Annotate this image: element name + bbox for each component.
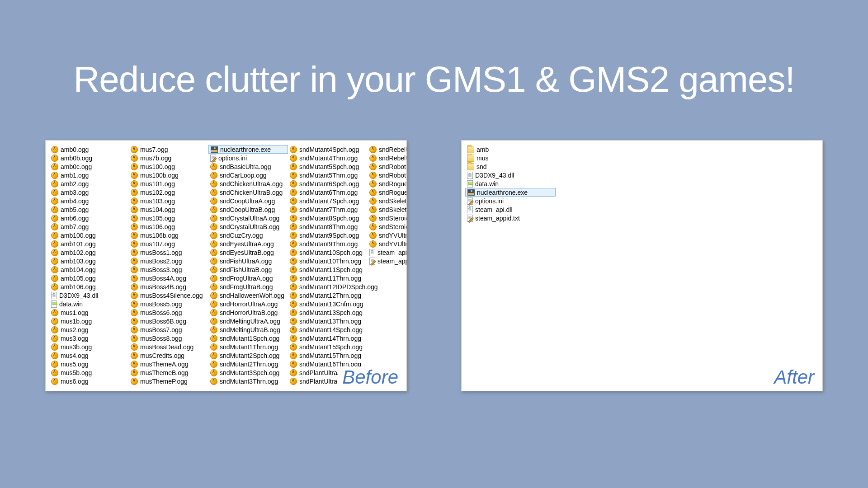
file-item[interactable]: sndHorrorUltraB.ogg	[208, 308, 288, 317]
file-item[interactable]: mus4.ogg	[49, 351, 129, 360]
file-item[interactable]: sndMutant13Cnfm.ogg	[288, 300, 368, 308]
file-item[interactable]: mus5.ogg	[49, 360, 129, 368]
file-item[interactable]: musBoss6.ogg	[129, 308, 208, 317]
file-item[interactable]: amb7.ogg	[49, 222, 129, 231]
file-item[interactable]: sndSkeletonUltraB.ogg	[368, 205, 407, 214]
file-item[interactable]: sndFishUltraB.ogg	[208, 265, 288, 274]
file-item[interactable]: amb3.ogg	[49, 188, 129, 197]
file-item[interactable]: snd	[465, 162, 556, 171]
file-item[interactable]: mus5b.ogg	[49, 368, 129, 377]
file-item[interactable]: mus1.ogg	[49, 308, 129, 317]
file-item[interactable]: amb0c.ogg	[49, 162, 129, 171]
file-item[interactable]: mus106.ogg	[129, 222, 208, 231]
file-item[interactable]: sndEyesUltraA.ogg	[208, 239, 288, 248]
file-item[interactable]: data.win	[49, 300, 129, 308]
file-item[interactable]: mus101.ogg	[129, 179, 208, 188]
file-item[interactable]: sndCoopUltraB.ogg	[208, 205, 288, 214]
file-item[interactable]: data.win	[465, 179, 556, 188]
file-item[interactable]: amb106.ogg	[49, 282, 129, 291]
file-item[interactable]: sndMutant13Thrn.ogg	[288, 317, 368, 325]
file-item[interactable]: musBoss7.ogg	[129, 325, 208, 334]
file-item[interactable]: sndMutant12Thrn.ogg	[288, 291, 368, 300]
file-item[interactable]: sndMutant6Spch.ogg	[288, 179, 368, 188]
file-item[interactable]: sndMutant2Spch.ogg	[208, 351, 288, 360]
file-item[interactable]: D3DX9_43.dll	[49, 291, 129, 300]
file-item[interactable]: sndMutant15Thrn.ogg	[288, 351, 368, 360]
file-item[interactable]: nuclearthrone.exe	[208, 145, 288, 154]
file-item[interactable]: amb5.ogg	[49, 205, 129, 214]
file-item[interactable]: steam_appid.txt	[465, 214, 556, 222]
file-item[interactable]: musBoss6B.ogg	[129, 317, 208, 325]
file-item[interactable]: sndEyesUltraB.ogg	[208, 248, 288, 257]
file-item[interactable]: steam_appid.txt	[368, 257, 407, 265]
file-item[interactable]: amb100.ogg	[49, 231, 129, 239]
file-item[interactable]: sndMeltingUltraA.ogg	[208, 317, 288, 325]
file-item[interactable]: musThemeP.ogg	[129, 377, 208, 385]
file-item[interactable]: mus3b.ogg	[49, 343, 129, 351]
file-item[interactable]: sndMutant3Thrn.ogg	[208, 377, 288, 385]
file-item[interactable]: mus	[465, 154, 556, 162]
file-item[interactable]: D3DX9_43.dll	[465, 171, 556, 179]
file-item[interactable]: sndChickenUltraA.ogg	[208, 179, 288, 188]
file-item[interactable]: amb0.ogg	[49, 145, 129, 154]
file-item[interactable]: sndCrystalUltraB.ogg	[208, 222, 288, 231]
file-item[interactable]: sndMutant9Thrn.ogg	[288, 239, 368, 248]
file-item[interactable]: sndMutant15Spch.ogg	[288, 343, 368, 351]
file-item[interactable]: mus6.ogg	[49, 377, 129, 385]
file-item[interactable]: sndRebelUltraB.ogg	[368, 154, 407, 162]
file-item[interactable]: musBoss3.ogg	[129, 265, 208, 274]
file-item[interactable]: sndMutant1Thrn.ogg	[208, 343, 288, 351]
file-item[interactable]: sndMutant7Thrn.ogg	[288, 205, 368, 214]
file-item[interactable]: sndRebelUltraA.ogg	[368, 145, 407, 154]
file-item[interactable]: sndMutant5Spch.ogg	[288, 162, 368, 171]
file-item[interactable]: sndMutant11Thrn.ogg	[288, 274, 368, 282]
file-item[interactable]: mus7.ogg	[129, 145, 208, 154]
file-item[interactable]: sndMutant8Thrn.ogg	[288, 222, 368, 231]
file-item[interactable]: amb	[465, 145, 556, 154]
file-item[interactable]: amb4.ogg	[49, 197, 129, 205]
file-item[interactable]: amb104.ogg	[49, 265, 129, 274]
file-item[interactable]: sndMutant11Spch.ogg	[288, 265, 368, 274]
file-item[interactable]: sndMutant8Spch.ogg	[288, 214, 368, 222]
file-item[interactable]: sndMutant7Spch.ogg	[288, 197, 368, 205]
file-item[interactable]: sndMutant1Spch.ogg	[208, 334, 288, 343]
file-item[interactable]: mus105.ogg	[129, 214, 208, 222]
file-item[interactable]: mus3.ogg	[49, 334, 129, 343]
file-item[interactable]: sndMutant3Spch.ogg	[208, 368, 288, 377]
file-item[interactable]: sndFishUltraA.ogg	[208, 257, 288, 265]
file-item[interactable]: musBossDead.ogg	[129, 343, 208, 351]
file-item[interactable]: amb1.ogg	[49, 171, 129, 179]
file-item[interactable]: sndChickenUltraB.ogg	[208, 188, 288, 197]
file-item[interactable]: musBoss1.ogg	[129, 248, 208, 257]
file-item[interactable]: musBoss2.ogg	[129, 257, 208, 265]
file-item[interactable]: amb0b.ogg	[49, 154, 129, 162]
file-item[interactable]: mus7b.ogg	[129, 154, 208, 162]
file-item[interactable]: sndMutant14Thrn.ogg	[288, 334, 368, 343]
file-item[interactable]: options.ini	[208, 154, 288, 162]
file-item[interactable]: options.ini	[465, 197, 556, 205]
file-item[interactable]: amb105.ogg	[49, 274, 129, 282]
file-item[interactable]: sndHalloweenWolf.ogg	[208, 291, 288, 300]
file-item[interactable]: sndMutant14Spch.ogg	[288, 325, 368, 334]
file-item[interactable]: sndYVUltraA.ogg	[368, 231, 407, 239]
file-item[interactable]: mus104.ogg	[129, 205, 208, 214]
file-item[interactable]: sndMutant4Thrn.ogg	[288, 154, 368, 162]
file-item[interactable]: musBoss5.ogg	[129, 300, 208, 308]
file-item[interactable]: mus100.ogg	[129, 162, 208, 171]
file-item[interactable]: mus100b.ogg	[129, 171, 208, 179]
file-item[interactable]: amb103.ogg	[49, 257, 129, 265]
file-item[interactable]: steam_api.dll	[368, 248, 407, 257]
file-item[interactable]: sndFrogUltraA.ogg	[208, 274, 288, 282]
file-item[interactable]: musThemeB.ogg	[129, 368, 208, 377]
file-item[interactable]: amb101.ogg	[49, 239, 129, 248]
file-item[interactable]: mus103.ogg	[129, 197, 208, 205]
file-item[interactable]: sndCuzCry.ogg	[208, 231, 288, 239]
file-item[interactable]: mus102.ogg	[129, 188, 208, 197]
file-item[interactable]: musBoss4A.ogg	[129, 274, 208, 282]
file-item[interactable]: sndRogueUltraB.ogg	[368, 188, 407, 197]
file-item[interactable]: nuclearthrone.exe	[465, 188, 556, 197]
file-item[interactable]: musCredits.ogg	[129, 351, 208, 360]
file-item[interactable]: sndRobotUltraA.ogg	[368, 162, 407, 171]
file-item[interactable]: sndCrystalUltraA.ogg	[208, 214, 288, 222]
file-item[interactable]: sndRobotUltraB.ogg	[368, 171, 407, 179]
